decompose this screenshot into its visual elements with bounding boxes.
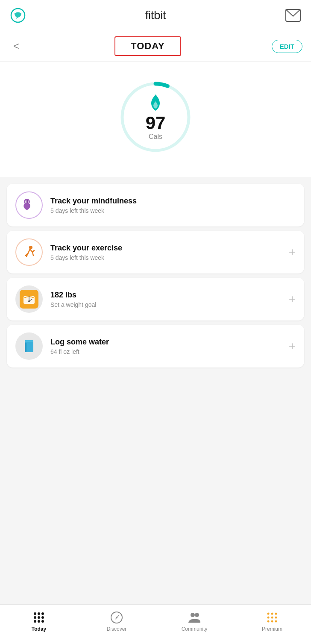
nav-today-label: Today	[32, 626, 46, 632]
svg-point-29	[116, 617, 117, 618]
svg-point-33	[271, 613, 273, 615]
calorie-ring[interactable]: 97 Cals	[117, 79, 194, 156]
water-text: Log some water 64 fl oz left	[50, 338, 281, 355]
svg-point-21	[34, 616, 36, 619]
mail-icon[interactable]	[284, 6, 302, 25]
svg-point-39	[271, 620, 273, 623]
bottom-nav: Today Discover Community	[0, 604, 311, 644]
calorie-value: 97	[146, 114, 166, 132]
nav-premium[interactable]: Premium	[233, 611, 311, 632]
svg-point-31	[195, 613, 199, 617]
nav-community[interactable]: Community	[156, 611, 233, 632]
calorie-section: 97 Cals	[0, 62, 311, 177]
water-icon	[15, 332, 43, 360]
svg-point-26	[41, 620, 44, 623]
svg-point-22	[38, 616, 40, 619]
nav-bar: < TODAY EDIT	[0, 31, 311, 62]
svg-rect-17	[25, 340, 33, 342]
svg-point-30	[191, 613, 195, 617]
mindfulness-subtitle: 5 days left this week	[50, 207, 296, 214]
water-title: Log some water	[50, 338, 281, 347]
svg-point-23	[41, 616, 44, 619]
weight-title: 182 lbs	[50, 291, 281, 300]
app-header: fitbit	[0, 0, 311, 31]
nav-premium-label: Premium	[262, 626, 282, 632]
weight-add-button[interactable]: +	[289, 293, 296, 305]
exercise-text: Track your exercise 5 days left this wee…	[50, 244, 281, 261]
svg-point-35	[267, 617, 270, 619]
nav-discover-label: Discover	[107, 626, 127, 632]
exercise-card[interactable]: Track your exercise 5 days left this wee…	[7, 231, 304, 273]
svg-point-34	[275, 613, 277, 615]
svg-point-13	[28, 300, 30, 302]
svg-point-32	[267, 613, 270, 615]
svg-point-40	[275, 620, 277, 623]
svg-point-20	[41, 612, 44, 615]
chat-icon[interactable]	[9, 6, 27, 25]
mindfulness-card[interactable]: Track your mindfulness 5 days left this …	[7, 184, 304, 226]
svg-point-25	[38, 620, 40, 623]
svg-point-19	[38, 612, 40, 615]
back-button[interactable]: <	[9, 40, 24, 52]
today-label: TODAY	[131, 41, 165, 51]
cards-section: Track your mindfulness 5 days left this …	[0, 179, 311, 372]
svg-point-36	[271, 617, 273, 619]
mindfulness-title: Track your mindfulness	[50, 197, 296, 206]
water-card[interactable]: Log some water 64 fl oz left +	[7, 325, 304, 368]
weight-icon	[15, 285, 43, 313]
water-add-button[interactable]: +	[289, 340, 296, 352]
svg-point-37	[275, 617, 277, 619]
svg-point-24	[34, 620, 36, 623]
svg-point-18	[34, 612, 36, 615]
weight-card[interactable]: 182 lbs Set a weight goal +	[7, 278, 304, 321]
weight-subtitle: Set a weight goal	[50, 301, 281, 308]
calorie-unit: Cals	[149, 133, 162, 141]
exercise-subtitle: 5 days left this week	[50, 254, 281, 261]
exercise-add-button[interactable]: +	[289, 246, 296, 258]
app-title: fitbit	[145, 9, 166, 22]
svg-point-38	[267, 620, 270, 623]
water-subtitle: 64 fl oz left	[50, 348, 281, 355]
today-title-box: TODAY	[114, 36, 181, 56]
nav-discover[interactable]: Discover	[78, 611, 156, 632]
edit-button[interactable]: EDIT	[272, 40, 302, 53]
mindfulness-text: Track your mindfulness 5 days left this …	[50, 197, 296, 214]
mindfulness-icon	[15, 191, 43, 219]
exercise-title: Track your exercise	[50, 244, 281, 253]
exercise-icon	[15, 238, 43, 266]
nav-community-label: Community	[182, 626, 208, 632]
nav-today[interactable]: Today	[0, 611, 78, 632]
svg-point-9	[29, 246, 32, 249]
weight-text: 182 lbs Set a weight goal	[50, 291, 281, 308]
